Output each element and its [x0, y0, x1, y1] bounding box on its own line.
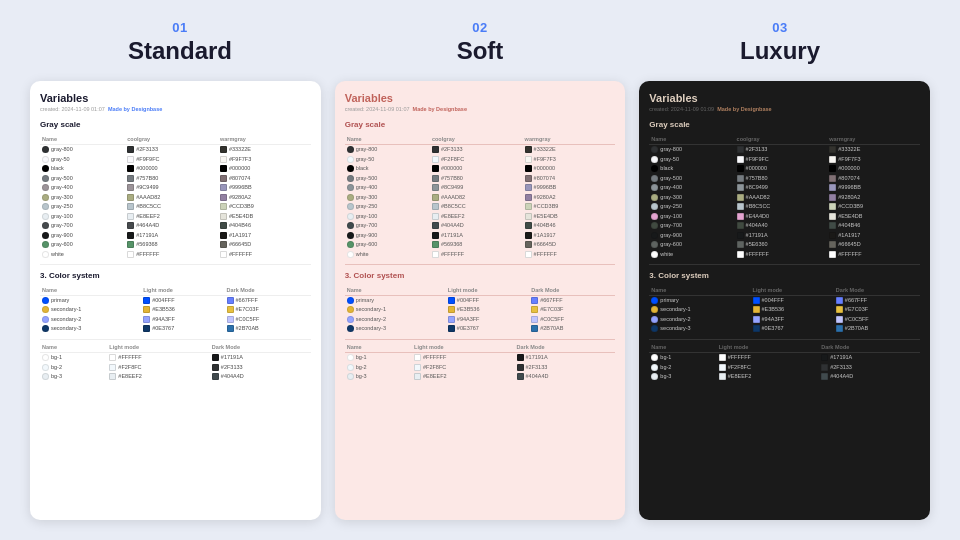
table-row: secondary-3 #0E3767 #2B70AB	[40, 324, 311, 334]
table-row: gray-100 #E8EEF2 #E5E4DB	[345, 212, 616, 222]
soft-color-title: 3. Color system	[345, 271, 616, 281]
luxury-color-title: 3. Color system	[649, 271, 920, 281]
table-row: gray-500 #757B80 #807074	[345, 174, 616, 184]
table-row: bg-3 #E8EEF2 #404A4D	[649, 372, 920, 382]
table-row: bg-1 #FFFFFF #17191A	[40, 352, 311, 362]
table-row: bg-3 #E8EEF2 #404A4D	[345, 372, 616, 382]
header-num-standard: 01	[30, 20, 330, 35]
table-row: secondary-2 #94A3FF #C0C5FF	[649, 315, 920, 325]
table-row: bg-3 #E8EEF2 #404A4D	[40, 372, 311, 382]
table-row: gray-500 #757B80 #807074	[40, 174, 311, 184]
table-row: gray-300 #AAAD82 #9280A2	[40, 193, 311, 203]
table-row: gray-700 #404A4D #404B46	[345, 221, 616, 231]
table-row: secondary-2 #94A3FF #C0C5FF	[40, 315, 311, 325]
header-luxury: 03 Luxury	[630, 20, 930, 65]
soft-color-table-2: Name Light mode Dark Mode bg-1 #FFFFFF #…	[345, 343, 616, 382]
table-row: bg-2 #F2F8FC #2F3133	[649, 362, 920, 372]
standard-meta: created: 2024-11-09 01:07 Made by Design…	[40, 106, 311, 113]
table-row: bg-1 #FFFFFF #17191A	[649, 352, 920, 362]
table-row: white #FFFFFF #FFFFFF	[649, 250, 920, 260]
luxury-meta: created: 2024-11-09 01:09 Made by Design…	[649, 106, 920, 113]
table-row: gray-600 #569368 #66645D	[345, 240, 616, 250]
table-row: gray-100 #E4A4D0 #E5E4DB	[649, 212, 920, 222]
table-row: bg-2 #F2F8FC #2F3133	[345, 362, 616, 372]
standard-divider-1	[40, 264, 311, 265]
table-row: gray-50 #F9F9FC #F9F7F3	[40, 154, 311, 164]
panel-soft: Variables created: 2024-11-09 01:07 Made…	[335, 81, 626, 520]
table-row: gray-600 #569368 #66645D	[40, 240, 311, 250]
table-row: gray-300 #AAAD82 #9280A2	[345, 193, 616, 203]
table-row: gray-250 #B8C5CC #CCD3B9	[40, 202, 311, 212]
soft-color-table-1: Name Light mode Dark Mode primary #004FF…	[345, 286, 616, 334]
table-row: secondary-3 #0E3767 #2B70AB	[345, 324, 616, 334]
table-row: gray-500 #757B80 #807074	[649, 174, 920, 184]
table-row: gray-250 #B8C5CC #CCD3B9	[345, 202, 616, 212]
table-row: gray-400 #9C9499 #9996BB	[40, 183, 311, 193]
table-row: gray-400 #8C9499 #9996BB	[345, 183, 616, 193]
luxury-divider-1	[649, 264, 920, 265]
table-row: secondary-1 #E3B536 #E7C03F	[345, 305, 616, 315]
luxury-variables-title: Variables	[649, 91, 920, 105]
soft-divider-1	[345, 264, 616, 265]
table-row: white #FFFFFF #FFFFFF	[40, 250, 311, 260]
table-row: bg-1 #FFFFFF #17191A	[345, 352, 616, 362]
luxury-color-table-1: Name Light mode Dark Mode primary #004FF…	[649, 286, 920, 334]
table-row: gray-900 #17191A #1A1917	[345, 231, 616, 241]
luxury-color-table-2: Name Light mode Dark Mode bg-1 #FFFFFF #…	[649, 343, 920, 382]
header-num-soft: 02	[330, 20, 630, 35]
table-row: gray-900 #17191A #1A1917	[40, 231, 311, 241]
luxury-gray-title: Gray scale	[649, 120, 920, 130]
standard-variables-title: Variables	[40, 91, 311, 105]
header-title-standard: Standard	[30, 37, 330, 65]
table-row: black #000000 #000000	[345, 164, 616, 174]
table-row: white #FFFFFF #FFFFFF	[345, 250, 616, 260]
table-row: black #000000 #000000	[40, 164, 311, 174]
table-row: gray-700 #404A40 #404B46	[649, 221, 920, 231]
table-row: secondary-3 #0E3767 #2B70AB	[649, 324, 920, 334]
soft-meta: created: 2024-11-09 01:07 Made by Design…	[345, 106, 616, 113]
table-row: gray-700 #464A4D #404B46	[40, 221, 311, 231]
table-row: primary #004FFF #667FFF	[649, 295, 920, 305]
standard-color-table-2: Name Light mode Dark Mode bg-1 #FFFFFF #…	[40, 343, 311, 382]
table-row: primary #004FFF #667FFF	[345, 295, 616, 305]
table-row: primary #004FFF #667FFF	[40, 295, 311, 305]
table-row: gray-800 #2F3133 #33322E	[40, 144, 311, 154]
header-title-luxury: Luxury	[630, 37, 930, 65]
table-row: bg-2 #F2F8FC #2F3133	[40, 362, 311, 372]
soft-gray-title: Gray scale	[345, 120, 616, 130]
luxury-gray-table: Name coolgray warmgray gray-800 #2F3133 …	[649, 135, 920, 259]
standard-divider-2	[40, 339, 311, 340]
table-row: gray-300 #AAAD82 #9280A2	[649, 193, 920, 203]
header-title-soft: Soft	[330, 37, 630, 65]
panels-row: Variables created: 2024-11-09 01:07 Made…	[30, 81, 930, 520]
table-row: gray-600 #5E6360 #66645D	[649, 240, 920, 250]
standard-color-title: 3. Color system	[40, 271, 311, 281]
header-num-luxury: 03	[630, 20, 930, 35]
table-row: secondary-2 #94A3FF #C0C5FF	[345, 315, 616, 325]
table-row: gray-50 #F9F9FC #F9F7F3	[649, 154, 920, 164]
table-row: gray-900 #17191A #1A1917	[649, 231, 920, 241]
standard-color-table-1: Name Light mode Dark Mode primary #004FF…	[40, 286, 311, 334]
soft-variables-title: Variables	[345, 91, 616, 105]
table-row: gray-400 #8C9499 #9996BB	[649, 183, 920, 193]
standard-gray-table: Name coolgray warmgray gray-800 #2F3133 …	[40, 135, 311, 259]
panel-luxury: Variables created: 2024-11-09 01:09 Made…	[639, 81, 930, 520]
table-row: secondary-1 #E3B536 #E7C03F	[649, 305, 920, 315]
table-row: gray-50 #F2F8FC #F9F7F3	[345, 154, 616, 164]
header-soft: 02 Soft	[330, 20, 630, 65]
headers-row: 01 Standard 02 Soft 03 Luxury	[30, 20, 930, 65]
standard-gray-title: Gray scale	[40, 120, 311, 130]
table-row: gray-800 #2F3133 #33322E	[649, 144, 920, 154]
header-standard: 01 Standard	[30, 20, 330, 65]
panel-standard: Variables created: 2024-11-09 01:07 Made…	[30, 81, 321, 520]
luxury-divider-2	[649, 339, 920, 340]
soft-gray-table: Name coolgray warmgray gray-800 #2F3133 …	[345, 135, 616, 259]
table-row: gray-250 #B8C5CC #CCD3B9	[649, 202, 920, 212]
table-row: black #000000 #000000	[649, 164, 920, 174]
table-row: secondary-1 #E3B536 #E7C03F	[40, 305, 311, 315]
table-row: gray-800 #2F3133 #33322E	[345, 144, 616, 154]
soft-divider-2	[345, 339, 616, 340]
table-row: gray-100 #E8EEF2 #E5E4DB	[40, 212, 311, 222]
